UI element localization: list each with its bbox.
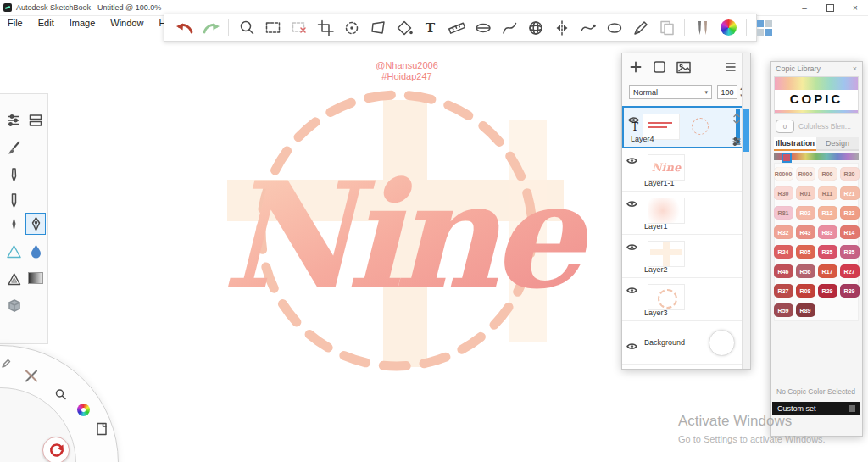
copic-swatch[interactable]: R20 xyxy=(840,167,860,181)
layers-scrollbar[interactable] xyxy=(742,53,750,369)
brush-library-icon[interactable] xyxy=(25,109,46,131)
symmetry-icon[interactable] xyxy=(550,17,573,39)
tab-illustration[interactable]: Illustration xyxy=(774,137,816,151)
set-square-icon[interactable] xyxy=(3,267,24,289)
zoom-icon[interactable] xyxy=(235,17,258,39)
rectangle-select-icon[interactable] xyxy=(261,17,284,39)
copic-swatch[interactable]: R43 xyxy=(796,225,815,239)
copic-swatch[interactable]: R89 xyxy=(796,303,815,317)
background-color-swatch[interactable] xyxy=(709,330,735,356)
redo-icon[interactable] xyxy=(199,17,222,39)
menu-edit[interactable]: Edit xyxy=(31,15,62,31)
layer-adjust-icon[interactable] xyxy=(732,135,742,150)
copic-swatch[interactable]: R00 xyxy=(818,167,837,181)
visibility-eye-icon[interactable] xyxy=(626,153,637,168)
close-icon[interactable]: × xyxy=(853,64,857,73)
color-wheel-icon[interactable] xyxy=(717,17,740,39)
steady-stroke-icon[interactable] xyxy=(576,17,599,39)
deselect-icon[interactable] xyxy=(287,17,310,39)
blend-mode-dropdown[interactable]: Normal ▾ xyxy=(629,85,712,99)
copic-swatch[interactable]: R0000 xyxy=(774,167,793,181)
ellipse-icon[interactable] xyxy=(603,17,626,39)
zoom-mini-icon[interactable] xyxy=(54,388,67,401)
blender-swatch[interactable]: 0 xyxy=(776,120,794,133)
copic-swatch[interactable]: R39 xyxy=(840,284,860,298)
menu-image[interactable]: Image xyxy=(62,15,103,31)
copic-swatch[interactable]: R37 xyxy=(774,284,793,298)
paintbrush-icon[interactable] xyxy=(3,136,24,159)
ruler-icon[interactable] xyxy=(445,17,468,39)
copic-swatch[interactable]: R32 xyxy=(774,225,793,239)
undo-icon[interactable] xyxy=(173,17,196,39)
distort-icon[interactable] xyxy=(366,17,389,39)
predictive-stroke-icon[interactable] xyxy=(629,17,652,39)
copic-swatch[interactable]: R17 xyxy=(818,264,837,278)
layer-row-layer2[interactable]: Layer2 xyxy=(622,235,743,278)
french-curve-icon[interactable] xyxy=(498,17,520,39)
add-layer-icon[interactable] xyxy=(627,58,644,75)
layer-row-layer1-1[interactable]: Nine Layer1-1 xyxy=(622,148,743,192)
visibility-eye-icon[interactable] xyxy=(626,239,637,254)
tab-design[interactable]: Design xyxy=(816,137,859,151)
pencil-icon[interactable] xyxy=(3,189,24,211)
layer-editor-icon[interactable] xyxy=(753,17,776,39)
transform-icon[interactable] xyxy=(340,17,363,39)
copic-swatch[interactable]: R30 xyxy=(774,186,793,200)
copic-swatch[interactable]: R35 xyxy=(818,245,837,259)
import-image-icon[interactable] xyxy=(675,58,692,75)
layer-row-layer1[interactable]: Layer1 xyxy=(622,192,743,235)
ink-brush-icon[interactable] xyxy=(3,213,24,235)
copic-swatch[interactable]: R83 xyxy=(818,225,837,239)
perspective-icon[interactable] xyxy=(524,17,547,39)
crop-icon[interactable] xyxy=(314,17,337,39)
visibility-eye-icon[interactable] xyxy=(626,196,637,211)
menu-window[interactable]: Window xyxy=(103,15,151,31)
layer-opacity-field[interactable]: 100 xyxy=(717,85,737,99)
layers-menu-icon[interactable] xyxy=(722,58,739,75)
copy-icon[interactable] xyxy=(655,17,678,39)
triangle-guide-icon[interactable] xyxy=(3,240,24,262)
undo-puck-icon[interactable] xyxy=(42,437,70,462)
copic-swatch[interactable]: R85 xyxy=(840,245,860,259)
colorless-blender-row[interactable]: 0 Colorless Blen... xyxy=(776,120,857,133)
minimize-button[interactable]: – xyxy=(792,0,817,15)
copic-swatch[interactable]: R24 xyxy=(774,245,793,259)
menu-file[interactable]: File xyxy=(0,15,31,31)
visibility-eye-icon[interactable] xyxy=(626,338,637,353)
copic-swatch[interactable]: R05 xyxy=(796,245,815,259)
color-wheel-mini-icon[interactable] xyxy=(77,404,90,416)
gradient-fill-icon[interactable] xyxy=(25,267,46,289)
pencil-mini-icon[interactable] xyxy=(1,359,11,369)
cube-icon[interactable] xyxy=(3,294,24,316)
copic-swatch[interactable]: R56 xyxy=(796,264,815,278)
brush-pair-icon[interactable] xyxy=(691,17,714,39)
copic-swatch[interactable]: R000 xyxy=(796,167,815,181)
layer-row-background[interactable]: Background xyxy=(622,321,743,365)
layer-row-layer3[interactable]: Layer3 xyxy=(622,278,743,321)
airbrush-icon[interactable] xyxy=(3,164,24,186)
copic-swatch[interactable]: R08 xyxy=(796,284,815,298)
fill-icon[interactable] xyxy=(392,17,415,39)
water-drop-icon[interactable] xyxy=(25,240,46,262)
copic-swatch[interactable]: R21 xyxy=(840,186,860,200)
copic-swatch[interactable]: R29 xyxy=(818,284,837,298)
new-layer-icon[interactable] xyxy=(651,58,668,75)
copic-swatch[interactable]: R12 xyxy=(818,206,837,220)
copic-swatch[interactable]: R14 xyxy=(840,225,860,239)
color-family-strip[interactable] xyxy=(774,153,859,160)
copic-swatch[interactable]: R59 xyxy=(774,303,793,317)
layers-scrollbar-thumb[interactable] xyxy=(743,109,749,152)
close-button[interactable]: × xyxy=(843,0,868,15)
layer-row-layer4[interactable]: T Layer4 xyxy=(622,106,743,148)
ellipse-template-icon[interactable] xyxy=(471,17,494,39)
copic-swatch[interactable]: R46 xyxy=(774,264,793,278)
layer-reorder-icon[interactable] xyxy=(732,113,742,128)
copic-swatch[interactable]: R22 xyxy=(840,206,860,220)
copic-swatch[interactable]: R27 xyxy=(840,264,860,278)
nib-pen-icon[interactable] xyxy=(25,213,46,235)
visibility-eye-icon[interactable] xyxy=(626,282,637,298)
copic-swatch[interactable]: R01 xyxy=(796,186,815,200)
copic-swatch[interactable]: R02 xyxy=(796,206,815,220)
brush-pencil-icon[interactable] xyxy=(24,368,39,383)
copic-swatch[interactable]: R81 xyxy=(774,206,793,220)
